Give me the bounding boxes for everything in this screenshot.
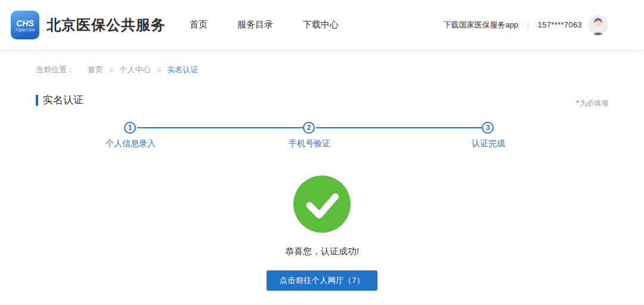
nav-item-service-directory[interactable]: 服务目录 <box>237 19 273 30</box>
step-3-label: 认证完成 <box>472 138 505 149</box>
header-divider: ｜ <box>524 20 532 30</box>
header-right: 下载国家医保服务app ｜ 157****7063 <box>443 15 608 35</box>
page-title-text: 实名认证 <box>43 93 83 107</box>
step-2-label: 手机号验证 <box>289 138 330 149</box>
title-accent-bar <box>36 95 38 106</box>
step-2-circle: 2 <box>303 122 315 134</box>
chs-logo-icon[interactable]: CHS 中国医疗保障 <box>11 11 39 39</box>
breadcrumb-item-home[interactable]: 首页 <box>88 64 103 75</box>
required-note-text: 为必填项 <box>580 99 608 107</box>
site-title: 北京医保公共服务 <box>47 16 166 35</box>
breadcrumb-item-current: 实名认证 <box>167 64 198 75</box>
required-note: *为必填项 <box>576 98 608 109</box>
download-app-link[interactable]: 下载国家医保服务app <box>443 20 518 30</box>
user-phone: 157****7063 <box>538 20 582 29</box>
breadcrumb-item-personal-center[interactable]: 个人中心 <box>120 64 151 75</box>
success-check-icon <box>293 175 351 233</box>
step-2: 2 手机号验证 <box>303 122 316 134</box>
result-panel: 恭喜您，认证成功! 点击前往个人网厅（7） <box>0 175 644 291</box>
nav-item-home[interactable]: 首页 <box>190 19 208 30</box>
main-nav: 首页 服务目录 下载中心 <box>190 19 339 30</box>
page-title-row: 实名认证 *为必填项 <box>36 93 608 109</box>
header: CHS 中国医疗保障 北京医保公共服务 首页 服务目录 下载中心 下载国家医保服… <box>0 0 644 50</box>
step-3: 3 认证完成 <box>482 122 495 134</box>
go-to-personal-hall-button[interactable]: 点击前往个人网厅（7） <box>267 270 378 291</box>
step-connector-line <box>137 127 303 128</box>
step-1-label: 个人信息录入 <box>106 138 156 149</box>
breadcrumb-separator: > <box>157 66 162 75</box>
breadcrumb-separator: > <box>109 66 114 75</box>
breadcrumb-prefix: 当前位置： <box>36 64 75 75</box>
step-1-circle: 1 <box>124 122 136 134</box>
required-star: * <box>576 99 579 107</box>
page-title: 实名认证 <box>36 93 83 107</box>
nav-item-download-center[interactable]: 下载中心 <box>303 19 339 30</box>
logo-abbr: CHS <box>16 19 34 28</box>
logo-subtext: 中国医疗保障 <box>16 28 36 32</box>
user-avatar[interactable] <box>588 15 608 35</box>
step-connector-line <box>316 127 482 128</box>
breadcrumb: 当前位置： 首页 > 个人中心 > 实名认证 <box>36 64 608 75</box>
success-message: 恭喜您，认证成功! <box>0 246 644 257</box>
step-1: 1 个人信息录入 <box>124 122 137 134</box>
step-indicator: 1 个人信息录入 2 手机号验证 3 认证完成 <box>124 122 495 134</box>
step-3-circle: 3 <box>482 122 494 134</box>
